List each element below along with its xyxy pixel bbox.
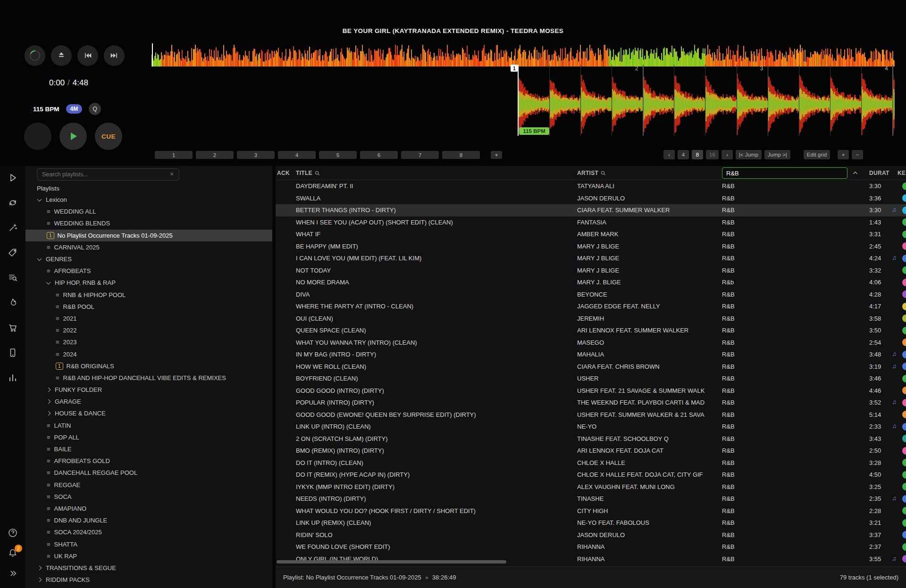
genre-filter-input[interactable] — [722, 167, 847, 179]
track-row[interactable]: WHAT WOULD YOU DO? (HOOK FIRST / DIRTY /… — [276, 505, 906, 517]
overview-waveform[interactable] — [151, 43, 895, 66]
playlist-item[interactable]: ≡R&B AND HIP-HOP DANCEHALL VIBE EDITS & … — [25, 372, 272, 384]
grid-size-button-4[interactable]: 4 — [678, 150, 689, 159]
playlist-item[interactable]: 1No Playlist Occurrence Tracks 01-09-202… — [25, 230, 272, 241]
play-button[interactable] — [59, 123, 87, 150]
beats-badge[interactable]: 4M — [66, 104, 83, 114]
playlist-item[interactable]: ≡WEDDING BLENDS — [25, 217, 272, 229]
nav-energy-button[interactable] — [7, 297, 19, 309]
hotcue-button-5[interactable]: 5 — [319, 151, 357, 159]
playlist-item[interactable]: ≡AFROBEATS — [25, 265, 272, 277]
playlist-item[interactable]: 1R&B ORIGINALS — [25, 360, 272, 372]
chevron-up-icon[interactable] — [852, 170, 858, 176]
help-button[interactable] — [7, 527, 19, 539]
track-row[interactable]: DO IT (REMIX) (HYPE ACAP IN) (DIRTY)CHLO… — [276, 469, 906, 481]
playlist-item[interactable]: HIP HOP, RNB & RAP — [25, 277, 272, 289]
playlist-item[interactable]: ≡REGGAE — [25, 479, 272, 491]
track-row[interactable]: BE HAPPY (MM EDIT)MARY J BLIGER&B2:45 — [276, 240, 906, 253]
playlist-item[interactable]: HOUSE & DANCE — [25, 407, 272, 419]
nav-tags-button[interactable] — [7, 247, 19, 259]
playlist-item[interactable]: ≡DANCEHALL REGGAE POOL — [25, 467, 272, 479]
track-row[interactable]: HOW WE ROLL (CLEAN)CIARA FEAT. CHRIS BRO… — [276, 361, 906, 373]
jump-forward-button[interactable]: Jump >| — [764, 150, 790, 159]
track-row[interactable]: SWALLAJASON DERULOR&B3:36 — [276, 192, 906, 205]
edit-grid-button[interactable]: Edit grid — [804, 150, 830, 159]
jump-back-button[interactable]: |< Jump — [736, 150, 762, 159]
hotcue-button-3[interactable]: 3 — [237, 151, 275, 159]
playlist-item[interactable]: Lexicon — [25, 194, 272, 206]
column-track[interactable]: ACK — [277, 170, 290, 176]
track-row[interactable]: WE FOUND LOVE (SHORT EDIT)RIHANNAR&B2:37 — [276, 541, 906, 553]
track-row[interactable]: 2 ON (SCRATCH SLAM) (DIRTY)TINASHE FEAT.… — [276, 433, 906, 445]
cue-marker-1[interactable]: 1 — [511, 65, 518, 72]
column-artist[interactable]: ARTIST — [577, 170, 606, 176]
playlist-item[interactable]: ≡AMAPIANO — [25, 503, 272, 514]
playlist-item[interactable]: ≡CARNIVAL 2025 — [25, 241, 272, 253]
nav-sync-button[interactable] — [7, 197, 19, 209]
column-duration[interactable]: DURAT — [869, 170, 889, 176]
cue-button[interactable]: CUE — [95, 123, 122, 150]
track-row[interactable]: WHEN I SEE YOU (ACAP OUT) (SHORT EDIT) (… — [276, 216, 906, 229]
add-hotcue-button[interactable]: + — [491, 151, 502, 159]
nav-search-list-button[interactable] — [7, 272, 19, 284]
playlist-item[interactable]: ≡2021 — [25, 313, 272, 324]
zoom-out-button[interactable]: − — [852, 150, 863, 159]
playlist-item[interactable]: ≡SHATTA — [25, 538, 272, 550]
playlist-item[interactable]: ≡DNB AND JUNGLE — [25, 514, 272, 526]
nav-store-button[interactable] — [7, 322, 19, 334]
hotcue-button-7[interactable]: 7 — [401, 151, 439, 159]
skip-to-end-button[interactable] — [104, 45, 125, 66]
playlist-search-input[interactable] — [37, 168, 179, 181]
position-ring-button[interactable] — [25, 45, 45, 66]
hotcue-button-4[interactable]: 4 — [278, 151, 316, 159]
track-row[interactable]: GOOD GOOD (EWONE! QUEEN BEY SURPRISE EDI… — [276, 409, 906, 421]
track-row[interactable]: LINK UP (INTRO) (CLEAN)NE-YOR&B2:33♫ — [276, 421, 906, 433]
hotcue-button-1[interactable]: 1 — [155, 151, 193, 159]
track-row[interactable]: NEEDS (INTRO) (DIRTY)TINASHER&B2:35♫ — [276, 493, 906, 505]
track-row[interactable]: DAYDREAMIN' PT. IITATYANA ALIR&B3:30 — [276, 180, 906, 192]
column-key[interactable]: KE — [898, 170, 906, 176]
playlist-item[interactable]: ≡R&B POOL — [25, 301, 272, 313]
zoom-in-button[interactable]: + — [838, 150, 849, 159]
playlist-item[interactable]: FUNKY FOLDER — [25, 384, 272, 396]
track-row[interactable]: IYKYK (MMP INTRO EDIT) (DIRTY)ALEX VAUGH… — [276, 481, 906, 493]
playlist-item[interactable]: ≡2022 — [25, 324, 272, 336]
playlist-item[interactable]: GENRES — [25, 253, 272, 265]
playlist-item[interactable]: ≡WEDDING ALL — [25, 206, 272, 217]
close-icon[interactable]: × — [170, 170, 174, 178]
track-row[interactable]: IN MY BAG (INTRO - DIRTY)MAHALIAR&B3:48♫ — [276, 348, 906, 361]
beat-jump-prev-button[interactable]: ‹ — [663, 150, 675, 159]
track-row[interactable]: I CAN LOVE YOU (MM EDIT) (FEAT. LIL KIM)… — [276, 252, 906, 265]
nav-player-button[interactable] — [7, 172, 19, 184]
track-row[interactable]: OUI (CLEAN)JEREMIHR&B3:58 — [276, 313, 906, 325]
nav-stats-button[interactable] — [7, 372, 19, 384]
playlist-item[interactable]: ≡BAILE — [25, 443, 272, 455]
track-row[interactable]: QUEEN SPACE (CLEAN)ARI LENNOX FEAT. SUMM… — [276, 324, 906, 337]
track-row[interactable]: BOYFRIEND (CLEAN)USHERR&B3:46 — [276, 373, 906, 385]
column-title[interactable]: TITLE — [296, 170, 320, 176]
eject-button[interactable] — [51, 45, 72, 66]
beat-jump-next-button[interactable]: › — [721, 150, 733, 159]
track-row[interactable]: POPULAR (INTRO) (DIRTY)THE WEEKND FEAT. … — [276, 397, 906, 409]
track-row[interactable]: WHAT YOU WANNA TRY (INTRO) (CLEAN)MASEGO… — [276, 337, 906, 349]
notifications-button[interactable]: 2 — [7, 547, 19, 559]
grid-size-button-8[interactable]: 8 — [692, 150, 703, 159]
track-row[interactable]: BETTER THANGS (INTRO - DIRTY)CIARA FEAT.… — [276, 204, 906, 216]
track-row[interactable]: DO IT (INTRO) (CLEAN)CHLOE X HALLER&B3:2… — [276, 457, 906, 469]
playlist-item[interactable]: ≡SOCA — [25, 491, 272, 503]
track-row[interactable]: BMO (REMIX) (INTRO) (DIRTY)ARI LENNOX FE… — [276, 445, 906, 457]
playlist-item[interactable]: ≡RNB & HIPHOP POOL — [25, 289, 272, 301]
playlist-item[interactable]: GARAGE — [25, 396, 272, 407]
expand-sidebar-button[interactable] — [7, 567, 19, 580]
hotcue-button-8[interactable]: 8 — [442, 151, 480, 159]
playlist-item[interactable]: ≡2023 — [25, 336, 272, 348]
horizontal-scrollbar[interactable] — [277, 560, 506, 563]
hotcue-button-6[interactable]: 6 — [360, 151, 398, 159]
nav-magic-wand-button[interactable] — [7, 222, 19, 234]
track-row[interactable]: GOOD GOOD (INTRO) (DIRTY)USHER FEAT. 21 … — [276, 385, 906, 397]
sync-button[interactable] — [24, 123, 51, 150]
track-row[interactable]: DIVABEYONCER&B4:28 — [276, 289, 906, 301]
track-row[interactable]: NO MORE DRAMAMARY J. BLIGER&b4:06 — [276, 276, 906, 289]
nav-mobile-button[interactable] — [7, 347, 19, 359]
skip-to-start-button[interactable] — [77, 45, 98, 66]
